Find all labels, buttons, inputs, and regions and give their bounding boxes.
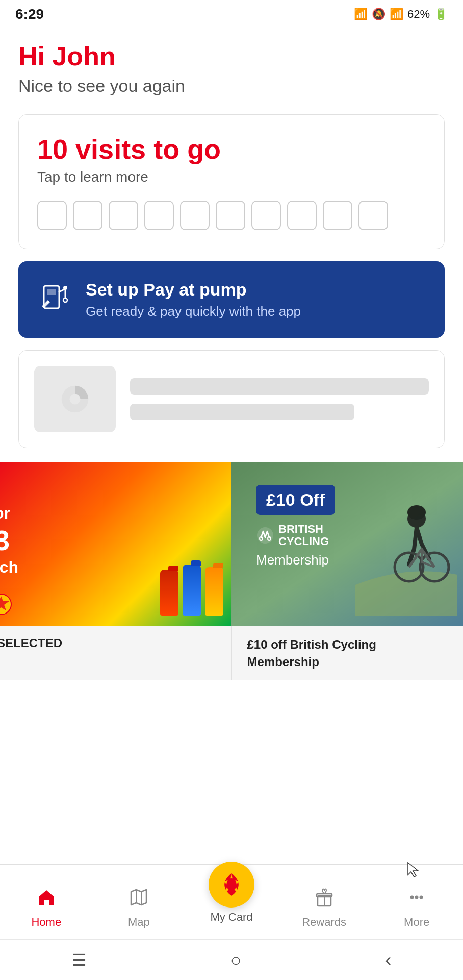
cycling-discount: £10 Off (256, 485, 335, 515)
promo-card-cycling[interactable]: £10 Off BRITISH CYCLING Membership (232, 462, 463, 626)
greeting-subtitle: Nice to see you again (18, 76, 445, 96)
promo-label-cycling[interactable]: £10 off British CyclingMembership (232, 626, 464, 680)
svg-rect-1 (47, 289, 56, 295)
cycling-brand-line1: BRITISH (278, 523, 329, 535)
nav-home[interactable]: Home (0, 887, 93, 929)
shell-button[interactable] (209, 862, 254, 908)
nav-mycard[interactable]: My Card (185, 872, 278, 929)
greeting-name: Hi John (18, 42, 445, 71)
visit-box-10 (358, 201, 388, 230)
promo-card-drinks[interactable]: or 3 tch (0, 462, 232, 626)
svg-point-5 (63, 298, 67, 302)
svg-point-12 (257, 527, 273, 544)
home-icon (36, 887, 57, 913)
pump-title: Set up Pay at pump (86, 280, 301, 300)
promos-row: or 3 tch (0, 462, 463, 626)
greeting-section: Hi John Nice to see you again (18, 42, 445, 96)
loading-line-2 (130, 404, 354, 420)
loading-lines (130, 378, 429, 420)
svg-point-23 (420, 896, 423, 899)
battery-icon: 🔋 (434, 8, 448, 21)
visits-count: 10 visits to go (37, 133, 426, 165)
cycling-type: Membership (256, 552, 457, 568)
visit-box-6 (216, 201, 245, 230)
loading-thumbnail (34, 366, 116, 432)
status-icons: 📶 🔕 📶 62% 🔋 (354, 8, 448, 21)
svg-point-21 (410, 896, 414, 899)
android-nav: ☰ ○ ‹ (0, 939, 463, 980)
rewards-icon (314, 887, 335, 913)
nav-rewards[interactable]: Rewards (278, 887, 371, 929)
visit-box-8 (287, 201, 317, 230)
pump-text-block: Set up Pay at pump Get ready & pay quick… (86, 280, 301, 320)
visit-box-1 (37, 201, 67, 230)
visits-card[interactable]: 10 visits to go Tap to learn more (18, 114, 445, 249)
cycling-brand-line2: CYCLING (278, 535, 329, 548)
pump-subtitle: Get ready & pay quickly with the app (86, 304, 301, 320)
promo-label-text-right: £10 off British CyclingMembership (247, 636, 464, 670)
visit-box-4 (144, 201, 174, 230)
promo-labels-row: SELECTED £10 off British CyclingMembersh… (0, 626, 463, 680)
main-content: Hi John Nice to see you again 10 visits … (0, 27, 463, 448)
loading-card[interactable] (18, 350, 445, 448)
svg-point-6 (70, 394, 81, 405)
visit-box-5 (180, 201, 210, 230)
nav-mycard-label: My Card (210, 911, 252, 924)
map-icon (128, 887, 149, 913)
promo-label-drinks[interactable]: SELECTED (0, 626, 232, 680)
battery-level: 62% (407, 8, 430, 21)
status-time: 6:29 (15, 6, 44, 22)
status-bar: 6:29 📶 🔕 📶 62% 🔋 (0, 0, 463, 27)
svg-point-3 (63, 286, 67, 290)
pump-icon (37, 280, 73, 316)
nav-rewards-label: Rewards (302, 916, 346, 929)
visit-box-9 (323, 201, 352, 230)
svg-point-22 (415, 896, 419, 899)
loading-line-1 (130, 378, 429, 395)
nav-more[interactable]: More (370, 887, 463, 929)
promo-card-right-bg: £10 Off BRITISH CYCLING Membership (232, 462, 463, 626)
android-recent[interactable]: ☰ (72, 950, 87, 970)
visits-boxes (37, 201, 426, 230)
pay-pump-banner[interactable]: Set up Pay at pump Get ready & pay quick… (18, 261, 445, 338)
promo-label-text-left: SELECTED (0, 636, 216, 650)
android-home[interactable]: ○ (230, 949, 242, 971)
promo-card-left-bg: or 3 tch (0, 462, 232, 626)
visit-box-7 (251, 201, 281, 230)
more-icon (406, 887, 427, 913)
svg-point-17 (226, 878, 237, 891)
nav-more-label: More (404, 916, 429, 929)
bottom-nav: Home Map My Card (0, 864, 463, 939)
promo-left-line2: 3 (0, 523, 219, 557)
visits-tap-label: Tap to learn more (37, 169, 426, 185)
visit-box-3 (109, 201, 138, 230)
nav-map-label: Map (128, 916, 150, 929)
visit-box-2 (73, 201, 102, 230)
mute-icon: 🔕 (372, 8, 385, 21)
promo-left-line1: or (0, 503, 219, 523)
android-back[interactable]: ‹ (385, 949, 391, 971)
bluetooth-icon: 📶 (354, 8, 368, 21)
nav-home-label: Home (31, 916, 61, 929)
nav-map[interactable]: Map (93, 887, 186, 929)
wifi-icon: 📶 (390, 8, 403, 21)
